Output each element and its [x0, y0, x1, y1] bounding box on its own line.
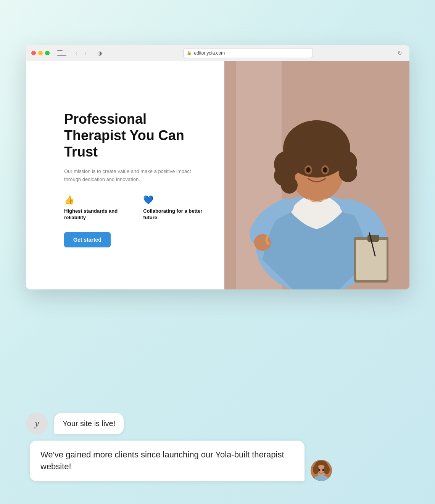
chat-bubble-site-live: Your site is live!	[54, 413, 124, 434]
user-avatar-inner	[311, 460, 332, 481]
svg-point-11	[339, 164, 357, 182]
url-text: editor.yola.com	[194, 50, 225, 56]
address-bar[interactable]: 🔒 editor.yola.com	[183, 48, 313, 58]
therapist-illustration	[224, 61, 409, 289]
yola-avatar: y	[26, 412, 48, 435]
minimize-dot[interactable]	[38, 51, 43, 55]
svg-point-24	[313, 465, 319, 474]
svg-rect-19	[367, 235, 379, 242]
svg-point-25	[324, 465, 330, 474]
sidebar-toggle-button[interactable]	[56, 49, 67, 57]
svg-point-9	[281, 177, 298, 194]
svg-point-27	[319, 469, 321, 471]
lock-icon: 🔒	[187, 50, 192, 55]
hero-title: Professional Therapist You Can Trust	[64, 111, 205, 160]
nav-arrows: ‹ ›	[72, 49, 89, 57]
close-dot[interactable]	[31, 51, 36, 55]
traffic-lights	[31, 51, 50, 55]
maximize-dot[interactable]	[45, 51, 50, 55]
feature-label-2: Collaborating for a better future	[143, 208, 205, 221]
reload-button[interactable]: ↻	[396, 49, 404, 57]
site-live-text: Your site is live!	[63, 419, 115, 428]
user-photo	[311, 460, 332, 481]
svg-point-28	[322, 469, 324, 471]
chat-row-right: We've gained more clients since launchin…	[26, 441, 409, 481]
security-icon: ◑	[96, 50, 103, 57]
chat-section: y Your site is live! We've gained more c…	[26, 412, 409, 481]
get-started-button[interactable]: Get started	[64, 232, 111, 247]
svg-point-15	[323, 167, 327, 173]
yola-initial: y	[35, 418, 39, 429]
svg-rect-18	[356, 240, 387, 280]
feature-item-1: 👍 Highest standards and reliability	[64, 195, 128, 221]
back-button[interactable]: ‹	[72, 49, 80, 57]
heart-icon: 💙	[143, 195, 205, 205]
browser-content: Professional Therapist You Can Trust Our…	[26, 61, 409, 289]
hero-image-right	[224, 61, 409, 289]
thumbs-up-icon: 👍	[64, 195, 128, 205]
feature-label-1: Highest standards and reliability	[64, 208, 128, 221]
browser-window: ‹ › ◑ 🔒 editor.yola.com ↻ Professional T…	[26, 45, 409, 289]
hero-content-left: Professional Therapist You Can Trust Our…	[26, 61, 224, 289]
hero-subtitle: Our mission is to create value and make …	[64, 168, 205, 184]
forward-button[interactable]: ›	[82, 49, 89, 57]
feature-item-2: 💙 Collaborating for a better future	[143, 195, 205, 221]
chat-bubble-testimonial: We've gained more clients since launchin…	[30, 441, 304, 481]
features-row: 👍 Highest standards and reliability 💙 Co…	[64, 195, 205, 221]
browser-titlebar: ‹ › ◑ 🔒 editor.yola.com ↻	[26, 45, 409, 61]
testimonial-text: We've gained more clients since launchin…	[40, 450, 284, 471]
user-avatar	[311, 460, 332, 481]
svg-point-14	[306, 167, 311, 173]
therapist-photo	[224, 61, 409, 289]
chat-row-left: y Your site is live!	[26, 412, 409, 435]
